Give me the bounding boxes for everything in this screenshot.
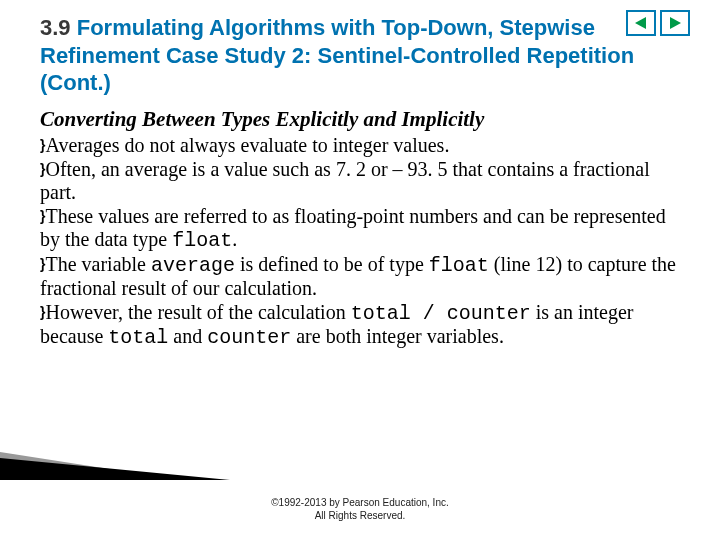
code-counter: counter <box>207 326 291 349</box>
sub-heading: Converting Between Types Explicitly and … <box>40 107 680 132</box>
triangle-left-icon <box>634 16 648 30</box>
decorative-wedge <box>0 450 250 480</box>
bullet-3: }These values are referred to as floatin… <box>40 205 680 252</box>
bullet-4: }The variable average is defined to be o… <box>40 253 680 300</box>
svg-marker-0 <box>635 17 646 29</box>
prev-button[interactable] <box>626 10 656 36</box>
code-expr: total / counter <box>351 302 531 325</box>
copyright-line-2: All Rights Reserved. <box>0 509 720 522</box>
nav-buttons <box>626 10 690 36</box>
bullet-2: }Often, an average is a value such as 7.… <box>40 158 680 204</box>
copyright-line-1: ©1992-2013 by Pearson Education, Inc. <box>0 496 720 509</box>
code-average: average <box>151 254 235 277</box>
code-float: float <box>172 229 232 252</box>
next-button[interactable] <box>660 10 690 36</box>
bullet-5: }However, the result of the calculation … <box>40 301 680 349</box>
section-number: 3.9 <box>40 15 71 40</box>
bullet-1: }Averages do not always evaluate to inte… <box>40 134 680 157</box>
svg-marker-1 <box>670 17 681 29</box>
body-text: }Averages do not always evaluate to inte… <box>40 134 680 349</box>
code-total: total <box>108 326 168 349</box>
copyright: ©1992-2013 by Pearson Education, Inc. Al… <box>0 496 720 522</box>
section-title: Formulating Algorithms with Top-Down, St… <box>40 15 634 95</box>
section-heading: 3.9 Formulating Algorithms with Top-Down… <box>0 0 720 97</box>
triangle-right-icon <box>668 16 682 30</box>
code-float: float <box>429 254 489 277</box>
